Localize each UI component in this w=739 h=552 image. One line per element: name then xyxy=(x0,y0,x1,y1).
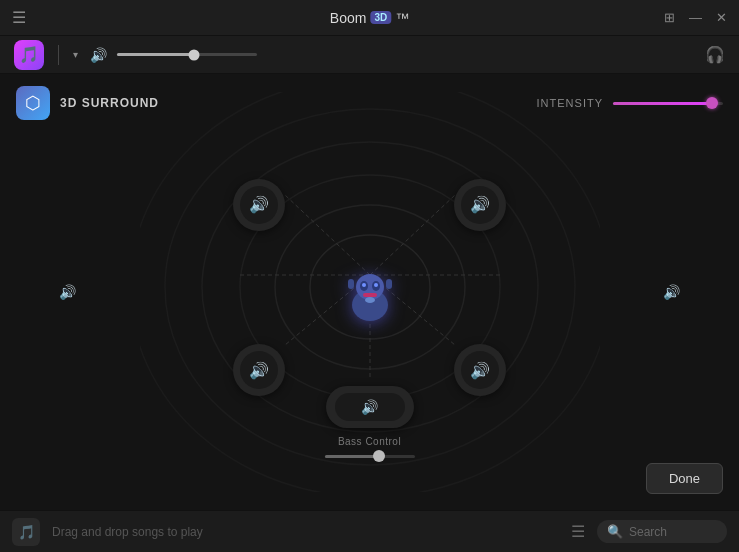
center-character xyxy=(334,256,406,328)
close-button[interactable]: ✕ xyxy=(716,10,727,25)
intensity-fill xyxy=(613,102,712,105)
svg-rect-21 xyxy=(363,293,377,297)
intensity-label: INTENSITY xyxy=(537,97,603,109)
intensity-thumb[interactable] xyxy=(706,97,718,109)
drag-drop-hint: Drag and drop songs to play xyxy=(52,525,559,539)
volume-slider[interactable] xyxy=(117,53,257,56)
search-icon: 🔍 xyxy=(607,524,623,539)
minimize-button[interactable]: — xyxy=(689,10,702,25)
intensity-slider[interactable] xyxy=(613,102,723,105)
speaker-top-left[interactable]: 🔊 xyxy=(233,179,285,231)
volume-bar: 🎵 ▾ 🔊 🎧 xyxy=(0,36,739,74)
speaker-top-right[interactable]: 🔊 xyxy=(454,179,506,231)
divider xyxy=(58,45,59,65)
bass-speaker-node[interactable]: 🔊 xyxy=(326,386,414,428)
playlist-icon[interactable]: ☰ xyxy=(571,522,585,541)
search-box[interactable]: 🔍 xyxy=(597,520,727,543)
surround-text: 3D SURROUND xyxy=(60,96,159,110)
search-input[interactable] xyxy=(629,525,717,539)
done-button[interactable]: Done xyxy=(646,463,723,494)
screenshot-icon[interactable]: ⊞ xyxy=(664,10,675,25)
headphone-icon[interactable]: 🎧 xyxy=(705,46,725,63)
speaker-icon: 🔊 xyxy=(90,47,107,63)
svg-point-20 xyxy=(374,283,378,287)
surround-icon[interactable]: ⬡ xyxy=(16,86,50,120)
main-area: ⬡ 3D SURROUND INTENSITY 🔊 🔊 🔊 🔊 xyxy=(0,74,739,510)
music-library-icon[interactable]: 🎵 xyxy=(12,518,40,546)
bass-slider[interactable] xyxy=(325,455,415,458)
app-name: Boom xyxy=(330,10,367,26)
top-controls: ⬡ 3D SURROUND INTENSITY xyxy=(16,86,723,120)
bass-label: Bass Control xyxy=(338,436,401,447)
surround-label: ⬡ 3D SURROUND xyxy=(16,86,159,120)
speaker-right[interactable]: 🔊 xyxy=(663,283,680,301)
svg-point-19 xyxy=(362,283,366,287)
bottom-bar: 🎵 Drag and drop songs to play ☰ 🔍 xyxy=(0,510,739,552)
boom-app-icon[interactable]: 🎵 xyxy=(14,40,44,70)
speaker-left[interactable]: 🔊 xyxy=(59,283,76,301)
volume-thumb[interactable] xyxy=(189,49,200,60)
bass-thumb[interactable] xyxy=(373,450,385,462)
svg-rect-16 xyxy=(386,279,392,289)
svg-point-22 xyxy=(365,297,375,303)
hamburger-menu-icon[interactable]: ☰ xyxy=(12,8,26,27)
title-bar: ☰ Boom 3D ™ ⊞ — ✕ xyxy=(0,0,739,36)
volume-fill xyxy=(117,53,194,56)
bass-fill xyxy=(325,455,379,458)
speaker-bottom-right[interactable]: 🔊 xyxy=(454,344,506,396)
trademark: ™ xyxy=(395,10,409,26)
bass-control-area: 🔊 Bass Control xyxy=(325,386,415,458)
speaker-bottom-left[interactable]: 🔊 xyxy=(233,344,285,396)
3d-badge: 3D xyxy=(370,11,391,24)
intensity-control: INTENSITY xyxy=(537,97,723,109)
svg-rect-15 xyxy=(348,279,354,289)
volume-dropdown-arrow[interactable]: ▾ xyxy=(73,49,78,60)
app-title: Boom 3D ™ xyxy=(330,10,409,26)
